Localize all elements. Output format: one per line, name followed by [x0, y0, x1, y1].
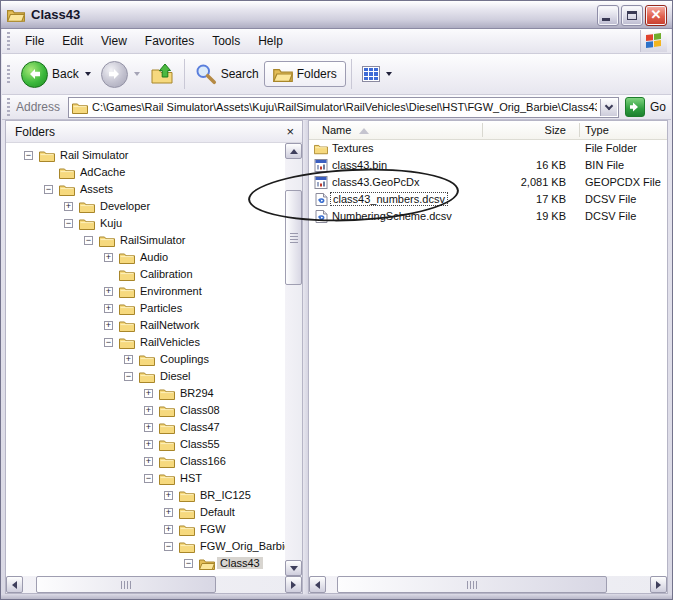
- tree-expander-icon[interactable]: +: [104, 253, 113, 262]
- go-button[interactable]: Go: [625, 97, 666, 117]
- scroll-right-button[interactable]: [650, 576, 667, 593]
- back-dropdown-icon[interactable]: [85, 72, 91, 76]
- tree-item[interactable]: − Diesel: [6, 368, 285, 385]
- tree-expander-icon[interactable]: +: [164, 508, 173, 517]
- tree-expander-icon[interactable]: +: [104, 287, 113, 296]
- menu-item-favorites[interactable]: Favorites: [136, 31, 203, 51]
- maximize-button[interactable]: [621, 5, 643, 26]
- tree-item[interactable]: + FGW: [6, 521, 285, 538]
- close-button[interactable]: ✕: [645, 5, 667, 26]
- tree-horizontal-scrollbar[interactable]: [6, 576, 302, 593]
- tree-item[interactable]: + Developer: [6, 198, 285, 215]
- tree-expander-icon[interactable]: +: [104, 321, 113, 330]
- file-name[interactable]: class43.GeoPcDx: [330, 176, 421, 188]
- toolbar-grip[interactable]: [7, 65, 10, 83]
- tree-item-label[interactable]: Kuju: [97, 217, 125, 229]
- tree-item[interactable]: + Class47: [6, 419, 285, 436]
- tree-item-label[interactable]: BR_IC125: [197, 489, 254, 501]
- scroll-left-button[interactable]: [6, 576, 23, 593]
- tree-item[interactable]: + Default: [6, 504, 285, 521]
- file-name[interactable]: class43_numbers.dcsv: [330, 192, 448, 206]
- scroll-left-button[interactable]: [309, 576, 326, 593]
- file-name[interactable]: Textures: [330, 142, 376, 154]
- tree-item-label[interactable]: AdCache: [77, 166, 128, 178]
- tree-item[interactable]: + Environment: [6, 283, 285, 300]
- tree-expander-icon[interactable]: +: [144, 440, 153, 449]
- list-hscroll-thumb[interactable]: [337, 576, 607, 593]
- tree-item-label[interactable]: RailSimulator: [117, 234, 188, 246]
- tree-item-label[interactable]: HST: [177, 472, 205, 484]
- menu-item-view[interactable]: View: [92, 31, 136, 51]
- tree-item-label[interactable]: Developer: [97, 200, 153, 212]
- tree-item-label[interactable]: Calibration: [137, 268, 196, 280]
- tree-item-label[interactable]: RailNetwork: [137, 319, 202, 331]
- tree-item[interactable]: − FGW_Orig_Barbie: [6, 538, 285, 555]
- scroll-right-button[interactable]: [285, 576, 302, 593]
- tree-vertical-scrollbar[interactable]: [285, 143, 302, 576]
- tree-item-label[interactable]: Class47: [177, 421, 223, 433]
- tree-expander-icon[interactable]: −: [164, 542, 173, 551]
- file-name[interactable]: NumberingScheme.dcsv: [330, 210, 454, 222]
- tree-item[interactable]: + Particles: [6, 300, 285, 317]
- tree-item[interactable]: − Kuju: [6, 215, 285, 232]
- menubar-grip[interactable]: [7, 32, 10, 50]
- tree-item-label[interactable]: Class166: [177, 455, 229, 467]
- tree-expander-icon[interactable]: −: [124, 372, 133, 381]
- tree-expander-icon[interactable]: −: [184, 559, 193, 568]
- views-button[interactable]: [357, 63, 397, 85]
- tree-item-label[interactable]: Diesel: [157, 370, 194, 382]
- tree-item[interactable]: − RailVehicles: [6, 334, 285, 351]
- tree-expander-icon[interactable]: +: [144, 406, 153, 415]
- tree-expander-icon[interactable]: +: [64, 202, 73, 211]
- list-horizontal-scrollbar[interactable]: [309, 576, 667, 593]
- tree-item[interactable]: + Audio: [6, 249, 285, 266]
- tree-expander-icon[interactable]: +: [144, 423, 153, 432]
- tree-item[interactable]: − Class43: [6, 555, 285, 572]
- tree-expander-icon[interactable]: −: [144, 474, 153, 483]
- tree-item[interactable]: AdCache: [6, 164, 285, 181]
- tree-item-label[interactable]: RailVehicles: [137, 336, 203, 348]
- file-row[interactable]: class43_numbers.dcsv 17 KB DCSV File: [309, 191, 667, 208]
- tree-item-label[interactable]: Environment: [137, 285, 205, 297]
- file-row[interactable]: Textures File Folder: [309, 140, 667, 157]
- tree-item[interactable]: + BR_IC125: [6, 487, 285, 504]
- tree-item-label[interactable]: Class43: [217, 557, 263, 569]
- tree-item[interactable]: + RailNetwork: [6, 317, 285, 334]
- menu-item-tools[interactable]: Tools: [203, 31, 249, 51]
- up-button[interactable]: [145, 59, 179, 89]
- tree-expander-icon[interactable]: +: [104, 304, 113, 313]
- tree-expander-icon[interactable]: −: [24, 151, 33, 160]
- tree-item-label[interactable]: FGW: [197, 523, 229, 535]
- tree-expander-icon[interactable]: +: [164, 525, 173, 534]
- file-row[interactable]: class43.GeoPcDx 2,081 KB GEOPCDX File: [309, 174, 667, 191]
- tree-vscroll-thumb[interactable]: [285, 190, 302, 285]
- address-dropdown-button[interactable]: [600, 99, 617, 116]
- tree-item[interactable]: − HST: [6, 470, 285, 487]
- tree-item[interactable]: − Rail Simulator: [6, 147, 285, 164]
- tree-expander-icon[interactable]: +: [164, 491, 173, 500]
- file-name[interactable]: class43.bin: [330, 159, 389, 171]
- tree-item-label[interactable]: BR294: [177, 387, 217, 399]
- column-header-name[interactable]: Name: [322, 124, 351, 136]
- titlebar[interactable]: Class43 ✕: [1, 1, 672, 29]
- back-button[interactable]: Back: [16, 58, 96, 91]
- tree-item[interactable]: + Class55: [6, 436, 285, 453]
- column-separator[interactable]: [579, 123, 580, 137]
- column-header-size[interactable]: Size: [545, 124, 566, 136]
- tree-item-label[interactable]: Default: [197, 506, 238, 518]
- tree-item-label[interactable]: Class08: [177, 404, 223, 416]
- tree-expander-icon[interactable]: +: [144, 389, 153, 398]
- menu-item-edit[interactable]: Edit: [53, 31, 92, 51]
- scroll-down-button[interactable]: [285, 560, 302, 576]
- scroll-up-button[interactable]: [285, 143, 302, 159]
- minimize-button[interactable]: [597, 5, 619, 26]
- tree-item-label[interactable]: Audio: [137, 251, 171, 263]
- column-separator[interactable]: [482, 123, 483, 137]
- menu-item-help[interactable]: Help: [249, 31, 292, 51]
- tree-expander-icon[interactable]: −: [64, 219, 73, 228]
- file-row[interactable]: NumberingScheme.dcsv 19 KB DCSV File: [309, 208, 667, 225]
- folders-pane-close-icon[interactable]: ×: [286, 125, 294, 138]
- file-row[interactable]: class43.bin 16 KB BIN File: [309, 157, 667, 174]
- tree-item-label[interactable]: Class55: [177, 438, 223, 450]
- address-input[interactable]: C:\Games\Rail Simulator\Assets\Kuju\Rail…: [92, 101, 597, 113]
